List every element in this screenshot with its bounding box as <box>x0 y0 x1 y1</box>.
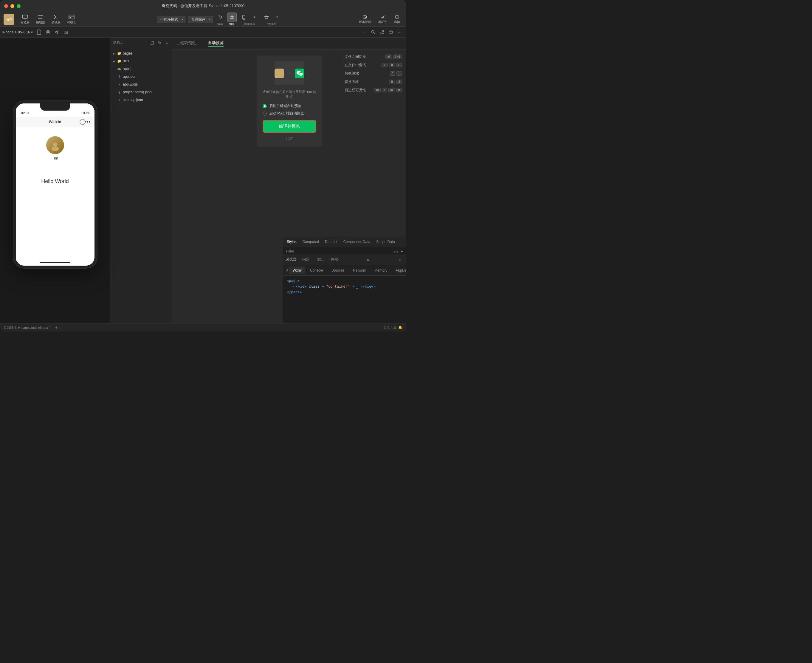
stab-scope-data[interactable]: Scope Data <box>375 238 396 246</box>
debugger-header-tab-issues[interactable]: 问题 <box>301 255 311 264</box>
file-item-appjson[interactable]: ▶ {} app.json <box>110 73 173 81</box>
volume-btn[interactable] <box>53 28 61 36</box>
key-cmd: ⌘ <box>385 55 392 59</box>
preview-card: ··· 请确认微信在前台运行且登录"Tim"账号 ⓘ 启动手机端自动预览 <box>257 55 322 147</box>
filter-input[interactable] <box>286 249 391 253</box>
file-item-projectconfig[interactable]: ▶ {} project.config.json <box>110 88 173 96</box>
status-path-value: pages/index/index <box>21 326 48 330</box>
compile-dropdown-wrapper[interactable]: 普通编译 ▼ <box>188 16 213 23</box>
clear-cache-btn[interactable] <box>262 13 271 22</box>
code-line-3: </page> <box>287 289 403 295</box>
key-backtick: ` <box>396 71 402 76</box>
shortcuts-overlay: 文件之间切换 ⌘ 1~9 在文件中查找 ⇧ ⌘ F 切换终端 <box>340 50 406 97</box>
phone-avatar <box>46 136 64 154</box>
maximize-button[interactable] <box>17 4 21 8</box>
stab-computed[interactable]: Computed <box>301 238 320 246</box>
debugger-expand-btn[interactable]: ∧ <box>364 256 371 263</box>
screenshot-btn[interactable] <box>62 28 70 36</box>
status-bar: 页面路径 ▶ pages/index/index ⬚ 👁 ··· ⊗ 0 △ 0… <box>0 323 406 332</box>
stab-dataset[interactable]: Dataset <box>324 238 338 246</box>
radio-mobile[interactable]: 启动手机端自动预览 <box>263 103 316 108</box>
status-path-label: 页面路径 <box>3 325 17 330</box>
tab-qr-preview[interactable]: 二维码预览 <box>176 40 196 47</box>
shortcut-toggle-terminal-label: 切换终端 <box>345 71 359 76</box>
tab-auto-preview[interactable]: 自动预览 <box>208 40 223 47</box>
key-f: F <box>396 63 402 67</box>
svg-rect-3 <box>69 15 74 19</box>
shortcut-find-in-file: 在文件中查找 ⇧ ⌘ F <box>343 61 403 69</box>
shortcut-toggle-terminal-keys: ^ ` <box>390 71 402 76</box>
file-item-appwxss[interactable]: ▶ ~ app.wxss <box>110 81 173 88</box>
connect-btn[interactable] <box>387 28 395 36</box>
file-tree: ▶ 📁 pages ▶ 📁 utils ▶ JS app.js ▶ {} app… <box>110 48 173 105</box>
search-btn[interactable] <box>369 28 377 36</box>
svg-rect-4 <box>70 17 71 18</box>
debugger-header-tab-debugger[interactable]: 调试器 <box>286 257 296 262</box>
compile-preview-btn[interactable]: 编译并预览 <box>263 120 316 133</box>
file-item-utils[interactable]: ▶ 📁 utils <box>110 57 173 65</box>
dtab-appdata[interactable]: AppData <box>392 267 406 274</box>
minimize-button[interactable] <box>10 4 14 8</box>
close-button[interactable] <box>4 4 8 8</box>
real-machine-btn[interactable] <box>239 13 249 22</box>
eye-icon[interactable]: 👁 <box>55 326 58 330</box>
more-tb2-btn[interactable]: ⋯ <box>396 28 404 36</box>
visual-btn[interactable]: 可视化 <box>65 13 79 26</box>
preview-panel: 二维码预览 自动预览 ··· 请确认微信在前台运行且登录"Tim"账号 ⓘ <box>173 37 406 332</box>
file-new-folder-btn[interactable] <box>149 40 155 46</box>
svg-rect-7 <box>243 15 245 19</box>
stab-styles[interactable]: Styles <box>286 238 298 246</box>
debugger-header-tab-terminal[interactable]: 终端 <box>330 255 339 264</box>
notification-icon[interactable]: 🔔 <box>398 325 403 330</box>
dtab-wxml[interactable]: Wxml <box>289 267 305 274</box>
app-logo: 奇克 <box>3 14 14 25</box>
stab-component-data[interactable]: Component Data <box>342 238 371 246</box>
device-label[interactable]: iPhone X 85% 16 ▾ <box>2 30 33 34</box>
no-arrow-appwxss: ▶ <box>113 83 116 86</box>
clear-cache-extra-btn[interactable]: ▾ <box>272 13 282 22</box>
svg-rect-13 <box>64 31 68 34</box>
window-controls[interactable] <box>4 4 21 8</box>
more-status-btn[interactable]: ··· <box>60 326 62 330</box>
preview-tabs: 二维码预览 自动预览 <box>173 37 406 50</box>
simulator-btn[interactable]: 模拟器 <box>18 13 32 26</box>
file-add-btn[interactable]: + <box>141 40 147 46</box>
debugger-btn[interactable]: 调试器 <box>49 13 63 26</box>
file-item-sitemapjson[interactable]: ▶ {} sitemap.json <box>110 96 173 104</box>
dtab-console[interactable]: Console <box>306 267 327 274</box>
svg-rect-2 <box>23 15 28 18</box>
version-mgmt-btn[interactable]: 版本管理 <box>356 13 373 25</box>
inspector-btn[interactable]: ⟨⟩ <box>286 267 288 274</box>
phone-nav-dots[interactable]: ••• <box>85 119 91 125</box>
dtab-memory[interactable]: Memory <box>371 267 391 274</box>
mode-select[interactable]: 小程序模式 <box>157 16 185 23</box>
git-btn[interactable] <box>378 28 386 36</box>
debugger-header-tab-output[interactable]: 输出 <box>315 255 325 264</box>
test-number-btn[interactable]: 测试号 <box>375 13 389 25</box>
status-path-icon: ⬚ <box>49 325 52 330</box>
tab-divider <box>202 40 202 47</box>
dtab-sources[interactable]: Sources <box>328 267 348 274</box>
device-frame-btn[interactable] <box>35 28 43 36</box>
radio-mac[interactable]: 启动 MAC 端自动预览 <box>263 111 316 116</box>
preview-wechat-icon <box>295 69 304 78</box>
editor-btn[interactable]: 编辑器 <box>33 13 48 26</box>
real-machine-extra-btn[interactable]: ▾ <box>250 13 259 22</box>
filter-plus-btn[interactable]: + <box>401 249 403 254</box>
shortcut-switch-files-label: 文件之间切换 <box>345 54 366 59</box>
preview-btn[interactable] <box>227 13 237 22</box>
debugger-close-btn[interactable]: ✕ <box>396 256 404 263</box>
file-item-pages[interactable]: ▶ 📁 pages <box>110 50 173 57</box>
dtab-network[interactable]: Network <box>349 267 370 274</box>
compile-select[interactable]: 普通编译 <box>188 16 213 23</box>
refresh-btn[interactable]: ↻ <box>215 13 225 22</box>
record-btn[interactable] <box>44 28 52 36</box>
mode-dropdown-wrapper[interactable]: 小程序模式 ▼ <box>157 16 185 23</box>
status-errors: ⊗ 0 △ 0 <box>383 325 396 330</box>
details-btn[interactable]: 详情 <box>392 13 403 25</box>
file-collapse-btn[interactable]: ≡ <box>164 40 170 46</box>
add-btn[interactable]: + <box>360 28 368 36</box>
no-arrow-projectconfig: ▶ <box>113 91 116 94</box>
file-refresh-btn[interactable]: ↻ <box>157 40 162 46</box>
file-item-appjs[interactable]: ▶ JS app.js <box>110 65 173 73</box>
